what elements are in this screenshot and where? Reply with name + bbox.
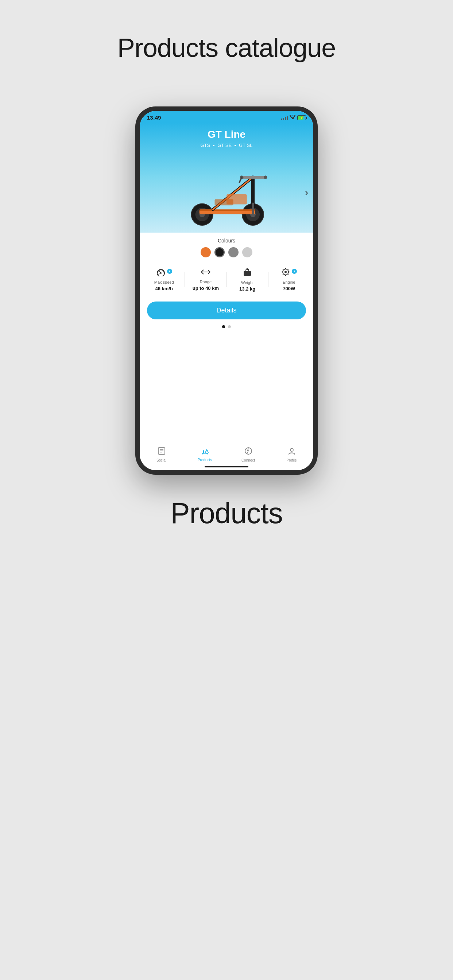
colours-section: Colours	[140, 232, 313, 262]
svg-rect-7	[199, 209, 255, 211]
speedometer-icon	[156, 267, 166, 278]
home-bar	[205, 466, 248, 468]
details-button[interactable]: Details	[147, 302, 306, 320]
bottom-products-label: Products	[170, 496, 283, 530]
engine-icon	[281, 267, 290, 278]
spec-engine-icons: i	[281, 267, 297, 278]
phone-mockup: 13:49 ⚡	[135, 107, 318, 475]
info-badge-speed[interactable]: i	[167, 269, 172, 274]
nav-item-connect[interactable]: Connect	[226, 447, 270, 462]
scooter-image	[179, 156, 274, 229]
spec-weight-label: Weight	[241, 280, 254, 285]
next-arrow[interactable]: ›	[305, 187, 308, 198]
status-time: 13:49	[147, 115, 161, 121]
svg-line-39	[205, 450, 207, 453]
signal-icon	[281, 116, 288, 120]
spec-engine-value: 700W	[283, 286, 295, 291]
svg-point-20	[160, 272, 161, 274]
specs-section: i Max speed 46 km/h Range	[140, 262, 313, 297]
variant-gts[interactable]: GTS	[201, 143, 211, 148]
spec-engine-label: Engine	[283, 280, 295, 285]
home-indicator	[140, 464, 313, 470]
battery-icon: ⚡	[297, 115, 306, 120]
swatch-orange[interactable]	[201, 247, 211, 258]
svg-point-45	[290, 449, 293, 451]
spec-range: Range up to 40 km	[185, 268, 226, 291]
connect-icon	[244, 447, 252, 457]
range-icon	[201, 268, 211, 278]
profile-icon	[288, 447, 296, 457]
spec-maxspeed-value: 46 km/h	[155, 286, 172, 291]
spec-weight-icons	[243, 267, 252, 279]
page-dots	[140, 323, 313, 331]
swatch-grey[interactable]	[228, 247, 239, 258]
spec-maxspeed-icons: i	[156, 267, 172, 278]
spec-weight: Weight 13.2 kg	[227, 267, 268, 292]
status-bar: 13:49 ⚡	[140, 111, 313, 123]
nav-label-connect: Connect	[241, 458, 255, 462]
nav-label-products: Products	[198, 458, 212, 462]
page-dot-2[interactable]	[228, 325, 231, 328]
svg-rect-17	[215, 199, 233, 205]
dot-sep-1	[213, 145, 214, 146]
dot-sep-2	[234, 145, 236, 146]
variant-gtse[interactable]: GT SE	[217, 143, 231, 148]
page-title: Products catalogue	[118, 33, 335, 63]
spec-range-icons	[201, 268, 211, 278]
spec-range-label: Range	[200, 280, 212, 284]
colours-label: Colours	[218, 238, 235, 243]
nav-item-profile[interactable]: Profile	[270, 447, 313, 462]
variant-gtsl[interactable]: GT SL	[239, 143, 252, 148]
svg-line-40	[207, 450, 208, 452]
product-variants: GTS GT SE GT SL	[201, 143, 253, 148]
spec-max-speed: i Max speed 46 km/h	[144, 267, 185, 291]
status-icons: ⚡	[281, 115, 306, 120]
svg-line-32	[283, 274, 283, 275]
svg-line-33	[288, 274, 289, 275]
wifi-icon	[290, 115, 295, 120]
svg-line-31	[288, 269, 289, 270]
social-icon	[158, 447, 166, 457]
swatch-lightgrey[interactable]	[242, 247, 252, 258]
product-name: GT Line	[207, 129, 246, 140]
svg-point-29	[284, 271, 287, 273]
svg-point-23	[247, 269, 248, 270]
svg-point-43	[206, 453, 208, 455]
scooter-container: ›	[140, 153, 313, 232]
details-section: Details	[140, 297, 313, 323]
nav-label-social: Social	[156, 458, 166, 462]
phone-screen: 13:49 ⚡	[140, 111, 313, 470]
spec-weight-value: 13.2 kg	[239, 286, 255, 292]
nav-item-social[interactable]: Social	[140, 447, 183, 462]
info-badge-engine[interactable]: i	[292, 269, 297, 274]
bottom-nav: Social Products	[140, 444, 313, 464]
hero-area: GT Line GTS GT SE GT SL	[140, 123, 313, 232]
spec-maxspeed-label: Max speed	[154, 280, 174, 285]
swatch-black[interactable]	[214, 247, 225, 258]
colour-swatches	[201, 247, 252, 258]
spec-range-value: up to 40 km	[193, 285, 219, 291]
svg-line-30	[283, 269, 283, 270]
svg-point-42	[202, 453, 204, 455]
products-icon	[201, 447, 209, 457]
spec-engine: i Engine 700W	[268, 267, 309, 291]
svg-rect-22	[244, 271, 251, 276]
nav-item-products[interactable]: Products	[183, 447, 226, 462]
nav-label-profile: Profile	[286, 458, 297, 462]
svg-point-13	[264, 176, 267, 179]
weight-icon	[243, 267, 252, 279]
page-dot-1[interactable]	[222, 325, 225, 328]
